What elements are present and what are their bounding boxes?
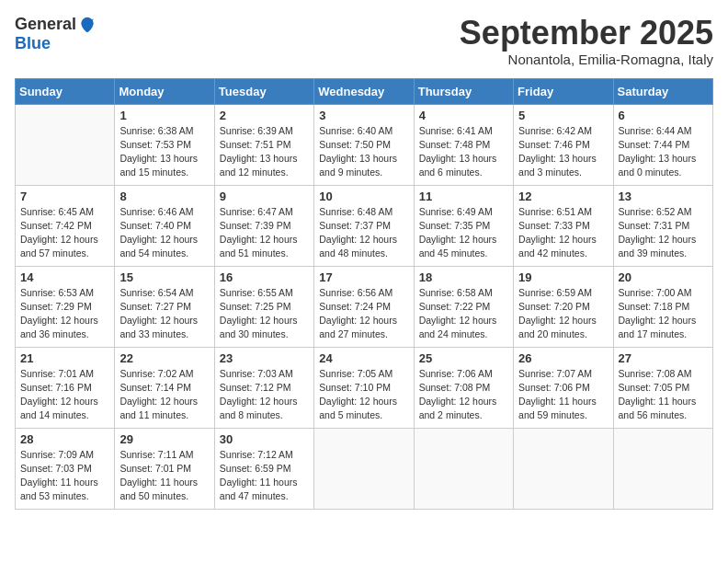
- calendar-cell: 29Sunrise: 7:11 AM Sunset: 7:01 PM Dayli…: [115, 428, 214, 509]
- calendar-cell: 20Sunrise: 7:00 AM Sunset: 7:18 PM Dayli…: [613, 266, 712, 347]
- calendar-cell: 10Sunrise: 6:48 AM Sunset: 7:37 PM Dayli…: [314, 185, 414, 266]
- col-header-monday: Monday: [115, 78, 214, 104]
- cell-info: Sunrise: 6:59 AM Sunset: 7:20 PM Dayligh…: [518, 286, 608, 342]
- cell-info: Sunrise: 7:01 AM Sunset: 7:16 PM Dayligh…: [20, 367, 109, 423]
- calendar-week-row: 28Sunrise: 7:09 AM Sunset: 7:03 PM Dayli…: [16, 428, 713, 509]
- day-number: 30: [220, 432, 309, 446]
- day-number: 9: [220, 190, 309, 203]
- calendar-cell: 12Sunrise: 6:51 AM Sunset: 7:33 PM Dayli…: [514, 185, 613, 266]
- cell-info: Sunrise: 7:09 AM Sunset: 7:03 PM Dayligh…: [20, 448, 109, 504]
- location-subtitle: Nonantola, Emilia-Romagna, Italy: [460, 52, 713, 67]
- cell-info: Sunrise: 7:07 AM Sunset: 7:06 PM Dayligh…: [518, 367, 608, 423]
- day-number: 10: [319, 190, 408, 203]
- calendar-cell: [314, 428, 414, 509]
- day-number: 29: [119, 432, 209, 446]
- calendar-cell: [514, 428, 613, 509]
- day-number: 3: [319, 109, 408, 122]
- cell-info: Sunrise: 7:11 AM Sunset: 7:01 PM Dayligh…: [119, 448, 209, 504]
- calendar-cell: 27Sunrise: 7:08 AM Sunset: 7:05 PM Dayli…: [613, 347, 712, 428]
- col-header-thursday: Thursday: [414, 78, 513, 104]
- cell-info: Sunrise: 6:52 AM Sunset: 7:31 PM Dayligh…: [619, 205, 708, 261]
- calendar-cell: [613, 428, 712, 509]
- month-title: September 2025: [460, 15, 713, 52]
- cell-info: Sunrise: 7:05 AM Sunset: 7:10 PM Dayligh…: [319, 367, 408, 423]
- calendar-cell: 13Sunrise: 6:52 AM Sunset: 7:31 PM Dayli…: [613, 185, 712, 266]
- day-number: 18: [419, 270, 508, 284]
- calendar-cell: 11Sunrise: 6:49 AM Sunset: 7:35 PM Dayli…: [414, 185, 513, 266]
- calendar-cell: 19Sunrise: 6:59 AM Sunset: 7:20 PM Dayli…: [514, 266, 613, 347]
- cell-info: Sunrise: 6:45 AM Sunset: 7:42 PM Dayligh…: [20, 205, 109, 261]
- day-number: 4: [419, 109, 508, 122]
- calendar-cell: 2Sunrise: 6:39 AM Sunset: 7:51 PM Daylig…: [214, 104, 313, 185]
- calendar-cell: 28Sunrise: 7:09 AM Sunset: 7:03 PM Dayli…: [16, 428, 115, 509]
- day-number: 26: [518, 351, 608, 365]
- calendar-cell: 5Sunrise: 6:42 AM Sunset: 7:46 PM Daylig…: [514, 104, 613, 185]
- col-header-sunday: Sunday: [16, 78, 115, 104]
- day-number: 16: [220, 270, 309, 284]
- day-number: 1: [119, 109, 209, 122]
- day-number: 13: [619, 190, 708, 203]
- calendar-cell: 30Sunrise: 7:12 AM Sunset: 6:59 PM Dayli…: [214, 428, 313, 509]
- calendar-cell: 24Sunrise: 7:05 AM Sunset: 7:10 PM Dayli…: [314, 347, 414, 428]
- cell-info: Sunrise: 6:46 AM Sunset: 7:40 PM Dayligh…: [119, 205, 209, 261]
- day-number: 2: [220, 109, 309, 122]
- calendar-cell: 18Sunrise: 6:58 AM Sunset: 7:22 PM Dayli…: [414, 266, 513, 347]
- calendar-cell: 16Sunrise: 6:55 AM Sunset: 7:25 PM Dayli…: [214, 266, 313, 347]
- logo: General Blue: [15, 15, 97, 53]
- cell-info: Sunrise: 7:06 AM Sunset: 7:08 PM Dayligh…: [419, 367, 508, 423]
- calendar-cell: 7Sunrise: 6:45 AM Sunset: 7:42 PM Daylig…: [16, 185, 115, 266]
- cell-info: Sunrise: 6:56 AM Sunset: 7:24 PM Dayligh…: [319, 286, 408, 342]
- col-header-friday: Friday: [514, 78, 613, 104]
- col-header-tuesday: Tuesday: [214, 78, 313, 104]
- day-number: 24: [319, 351, 408, 365]
- day-number: 25: [419, 351, 508, 365]
- cell-info: Sunrise: 6:44 AM Sunset: 7:44 PM Dayligh…: [619, 124, 708, 180]
- cell-info: Sunrise: 7:03 AM Sunset: 7:12 PM Dayligh…: [220, 367, 309, 423]
- day-number: 28: [20, 432, 109, 446]
- calendar-week-row: 7Sunrise: 6:45 AM Sunset: 7:42 PM Daylig…: [16, 185, 713, 266]
- calendar-cell: 4Sunrise: 6:41 AM Sunset: 7:48 PM Daylig…: [414, 104, 513, 185]
- logo-icon: [78, 16, 97, 34]
- calendar-table: SundayMondayTuesdayWednesdayThursdayFrid…: [15, 78, 713, 510]
- calendar-week-row: 14Sunrise: 6:53 AM Sunset: 7:29 PM Dayli…: [16, 266, 713, 347]
- day-number: 23: [220, 351, 309, 365]
- calendar-cell: 25Sunrise: 7:06 AM Sunset: 7:08 PM Dayli…: [414, 347, 513, 428]
- calendar-cell: 17Sunrise: 6:56 AM Sunset: 7:24 PM Dayli…: [314, 266, 414, 347]
- calendar-cell: 14Sunrise: 6:53 AM Sunset: 7:29 PM Dayli…: [16, 266, 115, 347]
- calendar-cell: 22Sunrise: 7:02 AM Sunset: 7:14 PM Dayli…: [115, 347, 214, 428]
- cell-info: Sunrise: 6:53 AM Sunset: 7:29 PM Dayligh…: [20, 286, 109, 342]
- day-number: 6: [619, 109, 708, 122]
- calendar-cell: [16, 104, 115, 185]
- calendar-cell: 6Sunrise: 6:44 AM Sunset: 7:44 PM Daylig…: [613, 104, 712, 185]
- calendar-cell: 3Sunrise: 6:40 AM Sunset: 7:50 PM Daylig…: [314, 104, 414, 185]
- calendar-cell: 26Sunrise: 7:07 AM Sunset: 7:06 PM Dayli…: [514, 347, 613, 428]
- day-number: 21: [20, 351, 109, 365]
- cell-info: Sunrise: 7:08 AM Sunset: 7:05 PM Dayligh…: [619, 367, 708, 423]
- cell-info: Sunrise: 6:40 AM Sunset: 7:50 PM Dayligh…: [319, 124, 408, 180]
- col-header-wednesday: Wednesday: [314, 78, 414, 104]
- day-number: 19: [518, 270, 608, 284]
- day-number: 8: [119, 190, 209, 203]
- day-number: 14: [20, 270, 109, 284]
- calendar-cell: 8Sunrise: 6:46 AM Sunset: 7:40 PM Daylig…: [115, 185, 214, 266]
- cell-info: Sunrise: 6:54 AM Sunset: 7:27 PM Dayligh…: [119, 286, 209, 342]
- day-number: 17: [319, 270, 408, 284]
- calendar-cell: 9Sunrise: 6:47 AM Sunset: 7:39 PM Daylig…: [214, 185, 313, 266]
- cell-info: Sunrise: 6:42 AM Sunset: 7:46 PM Dayligh…: [518, 124, 608, 180]
- cell-info: Sunrise: 6:41 AM Sunset: 7:48 PM Dayligh…: [419, 124, 508, 180]
- calendar-week-row: 21Sunrise: 7:01 AM Sunset: 7:16 PM Dayli…: [16, 347, 713, 428]
- logo-general-text: General: [15, 15, 76, 34]
- calendar-cell: 21Sunrise: 7:01 AM Sunset: 7:16 PM Dayli…: [16, 347, 115, 428]
- cell-info: Sunrise: 7:12 AM Sunset: 6:59 PM Dayligh…: [220, 448, 309, 504]
- calendar-cell: 15Sunrise: 6:54 AM Sunset: 7:27 PM Dayli…: [115, 266, 214, 347]
- calendar-cell: 1Sunrise: 6:38 AM Sunset: 7:53 PM Daylig…: [115, 104, 214, 185]
- logo-blue-text: Blue: [15, 34, 51, 53]
- day-number: 5: [518, 109, 608, 122]
- cell-info: Sunrise: 6:47 AM Sunset: 7:39 PM Dayligh…: [220, 205, 309, 261]
- day-number: 12: [518, 190, 608, 203]
- calendar-cell: 23Sunrise: 7:03 AM Sunset: 7:12 PM Dayli…: [214, 347, 313, 428]
- cell-info: Sunrise: 6:38 AM Sunset: 7:53 PM Dayligh…: [119, 124, 209, 180]
- day-number: 27: [619, 351, 708, 365]
- title-block: September 2025 Nonantola, Emilia-Romagna…: [460, 15, 713, 67]
- day-number: 22: [119, 351, 209, 365]
